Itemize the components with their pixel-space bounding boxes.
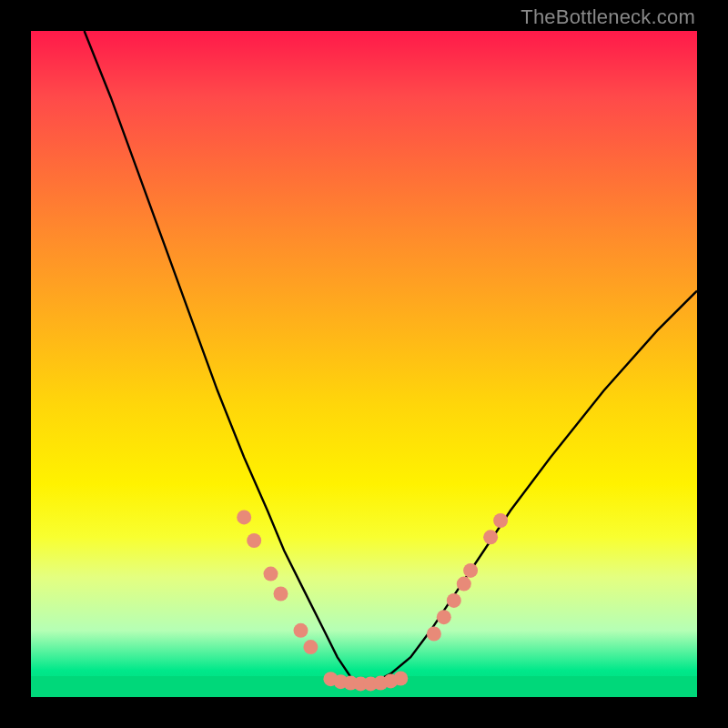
chart-plot-area	[31, 31, 697, 697]
data-marker	[457, 577, 471, 592]
data-marker	[303, 640, 318, 654]
data-marker	[247, 533, 261, 548]
data-marker	[437, 610, 451, 624]
bottleneck-curve	[85, 31, 697, 683]
data-marker	[274, 587, 288, 602]
watermark-text: TheBottleneck.com	[521, 5, 695, 29]
data-marker	[493, 513, 508, 528]
outer-frame: TheBottleneck.com	[0, 0, 728, 728]
data-marker	[483, 530, 498, 544]
chart-svg	[31, 31, 697, 697]
data-marker	[393, 672, 408, 686]
data-marker	[294, 623, 308, 638]
data-marker	[264, 567, 278, 581]
data-marker	[447, 593, 461, 608]
data-marker	[237, 510, 251, 524]
data-marker	[427, 627, 441, 642]
data-marker	[463, 563, 478, 578]
